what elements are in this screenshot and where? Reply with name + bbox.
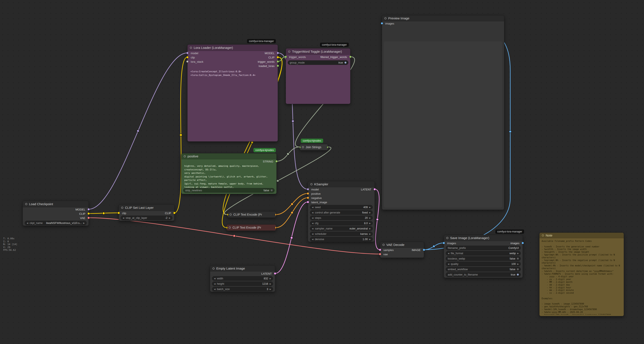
collapse-toggle-icon[interactable] xyxy=(302,146,304,148)
widget-lossless-webp[interactable]: lossless_webp false xyxy=(446,256,521,261)
collapse-toggle-icon[interactable] xyxy=(542,234,544,236)
widget-height[interactable]: ◀ height 1216 ▶ xyxy=(212,282,273,286)
widget-seed[interactable]: ◀ seed 409 ▶ xyxy=(310,205,373,210)
input-port-vae[interactable] xyxy=(379,253,381,255)
input-port-model[interactable] xyxy=(186,52,188,54)
input-port-images[interactable] xyxy=(443,242,445,244)
arrow-left-icon[interactable]: ◀ xyxy=(312,233,313,235)
node-header[interactable]: positive xyxy=(181,153,276,159)
widget-stop-at-clip-layer[interactable]: ◀ stop_at_clip_layer -2 ▶ xyxy=(121,216,172,220)
output-port-clip[interactable] xyxy=(88,212,90,215)
input-port-samples[interactable] xyxy=(379,249,381,251)
link-midpoint-dot[interactable] xyxy=(102,212,105,214)
arrow-left-icon[interactable]: ◀ xyxy=(123,217,124,219)
arrow-left-icon[interactable]: ◀ xyxy=(448,252,449,254)
node-header[interactable]: TriggerWord Toggle (LoraManager) xyxy=(286,48,350,55)
input-port[interactable] xyxy=(227,214,228,216)
node-positive-prompt[interactable]: positive STRING highres, very detailed, … xyxy=(181,153,277,194)
link-midpoint-dot[interactable] xyxy=(291,203,293,206)
link-midpoint-dot[interactable] xyxy=(509,130,512,133)
output-port-images[interactable] xyxy=(522,242,524,244)
collapse-toggle-icon[interactable] xyxy=(230,214,232,216)
arrow-left-icon[interactable]: ◀ xyxy=(312,212,313,214)
arrow-right-icon[interactable]: ▶ xyxy=(369,233,371,235)
output-port-model[interactable] xyxy=(277,52,279,54)
arrow-right-icon[interactable]: ▶ xyxy=(270,278,271,280)
node-header[interactable]: Save Image (LoraManager) xyxy=(444,235,522,241)
node-preview-image[interactable]: Preview Image images xyxy=(382,15,504,210)
arrow-right-icon[interactable]: ▶ xyxy=(369,228,371,230)
arrow-right-icon[interactable]: ▶ xyxy=(369,212,371,214)
collapse-toggle-icon[interactable] xyxy=(288,50,290,53)
collapse-toggle-icon[interactable] xyxy=(212,268,214,270)
node-lora-loader[interactable]: Lora Loader (LoraManager) modelMODEL cli… xyxy=(187,44,278,142)
arrow-right-icon[interactable]: ▶ xyxy=(369,206,371,208)
arrow-right-icon[interactable]: ▶ xyxy=(270,283,271,285)
link-midpoint-dot[interactable] xyxy=(251,142,254,144)
input-port[interactable] xyxy=(226,226,228,229)
collapse-toggle-icon[interactable] xyxy=(446,237,448,239)
input-port-model[interactable] xyxy=(307,188,309,190)
widget-denoise[interactable]: ◀ denoise 1.00 ▶ xyxy=(310,237,373,242)
node-clip-text-encode-negative[interactable]: CLIP Text Encode (Pr xyxy=(226,224,276,231)
collapse-toggle-icon[interactable] xyxy=(25,203,27,205)
widget-add-counter-to-filename[interactable]: add_counter_to_filename true xyxy=(446,272,521,277)
input-port[interactable] xyxy=(300,146,301,148)
widget-filename-prefix[interactable]: filename_prefix ComfyUI xyxy=(446,246,521,250)
arrow-left-icon[interactable]: ◀ xyxy=(214,283,216,285)
toggle-off-icon[interactable] xyxy=(517,268,519,270)
node-header[interactable]: Note xyxy=(540,233,624,238)
node-triggerword-toggle[interactable]: TriggerWord Toggle (LoraManager) trigger… xyxy=(286,48,350,104)
collapse-toggle-icon[interactable] xyxy=(121,207,123,209)
output-port-loaded-loras[interactable] xyxy=(277,64,279,67)
output-port-string[interactable] xyxy=(276,160,278,162)
arrow-left-icon[interactable]: ◀ xyxy=(312,222,313,224)
widget-batch-size[interactable]: ◀ batch_size 3 ▶ xyxy=(212,287,273,291)
link-midpoint-dot[interactable] xyxy=(137,130,139,132)
arrow-left-icon[interactable]: ◀ xyxy=(448,263,449,265)
arrow-right-icon[interactable]: ▶ xyxy=(83,222,85,224)
output-port-vae[interactable] xyxy=(88,217,90,219)
toggle-on-icon[interactable] xyxy=(517,274,519,276)
input-port-images[interactable] xyxy=(381,22,383,24)
output-port-conditioning[interactable] xyxy=(275,226,276,229)
input-port-negative[interactable] xyxy=(307,197,309,199)
output-port-model[interactable] xyxy=(88,208,90,210)
link-midpoint-dot[interactable] xyxy=(290,237,293,239)
input-port-clip[interactable] xyxy=(118,212,120,214)
output-port-string[interactable] xyxy=(327,146,328,148)
input-port-latent-image[interactable] xyxy=(307,201,309,203)
link-midpoint-dot[interactable] xyxy=(291,212,293,214)
output-port-trigger-words[interactable] xyxy=(277,60,279,63)
node-header[interactable]: CLIP Set Last Layer xyxy=(119,204,174,211)
collapse-toggle-icon[interactable] xyxy=(384,17,386,20)
collapse-toggle-icon[interactable] xyxy=(184,155,186,158)
toggle-on-icon[interactable] xyxy=(344,62,346,64)
link-midpoint-dot[interactable] xyxy=(277,180,279,182)
node-clip-set-last-layer[interactable]: CLIP Set Last Layer clip CLIP ◀ stop_at_… xyxy=(118,204,174,221)
widget-embed-workflow[interactable]: embed_workflow false xyxy=(446,267,521,272)
input-port-positive[interactable] xyxy=(307,192,309,195)
collapse-toggle-icon[interactable] xyxy=(382,244,384,246)
output-port-latent[interactable] xyxy=(374,188,376,190)
widget-quality[interactable]: ◀ quality 100 ▶ xyxy=(446,262,521,266)
collapse-toggle-icon[interactable] xyxy=(310,183,312,185)
output-port-latent[interactable] xyxy=(274,272,276,275)
widget-control-after-generate[interactable]: ◀ control after generate fixed ▶ xyxy=(310,210,373,215)
output-port-filtered-trigger-words[interactable] xyxy=(349,56,352,58)
node-load-checkpoint[interactable]: Load Checkpoint MODEL CLIP VAE ◀ ckpt_na… xyxy=(22,201,89,226)
input-port-clip[interactable] xyxy=(186,56,188,58)
node-header[interactable]: Empty Latent Image xyxy=(210,266,275,272)
link-midpoint-dot[interactable] xyxy=(376,218,379,221)
output-port-clip[interactable] xyxy=(277,56,279,58)
arrow-right-icon[interactable]: ▶ xyxy=(270,288,271,290)
arrow-left-icon[interactable]: ◀ xyxy=(312,238,313,240)
widget-sampler-name[interactable]: ◀ sampler_name euler_ancestral ▶ xyxy=(310,226,373,231)
collapse-toggle-icon[interactable] xyxy=(229,226,231,228)
arrow-right-icon[interactable]: ▶ xyxy=(517,252,519,254)
node-clip-text-encode-positive[interactable]: CLIP Text Encode (Pr xyxy=(227,211,276,218)
input-port-lora-stack[interactable] xyxy=(186,60,188,63)
node-header[interactable]: Lora Loader (LoraManager) xyxy=(188,44,278,51)
arrow-left-icon[interactable]: ◀ xyxy=(214,288,216,290)
arrow-left-icon[interactable]: ◀ xyxy=(312,228,313,230)
